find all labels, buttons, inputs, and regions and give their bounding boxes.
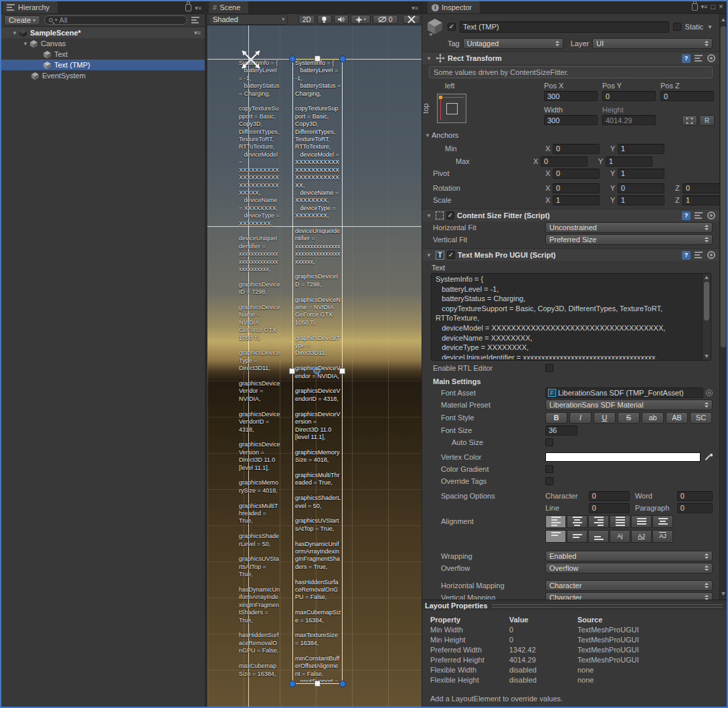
align-middle-button[interactable] (567, 530, 587, 543)
rect-handle-mid-left[interactable] (289, 368, 295, 374)
shading-mode-dropdown[interactable]: Shaded ▾ (209, 14, 288, 25)
align-geometry-center-button[interactable] (652, 515, 673, 528)
font-style-smallcaps-button[interactable]: SC (690, 412, 712, 424)
gear-icon[interactable] (707, 251, 715, 259)
scale-x-field[interactable]: 1 (553, 195, 600, 205)
anchors-max-x-field[interactable]: 0 (541, 157, 587, 167)
gizmos-visibility-button[interactable]: 0 (373, 15, 398, 24)
width-field[interactable]: 300 (544, 115, 598, 125)
object-picker-icon[interactable] (706, 389, 713, 396)
align-capline-button[interactable]: AJ (652, 530, 673, 543)
font-style-italic-button[interactable]: I (569, 412, 592, 424)
rect-handle-bottom-right[interactable] (339, 681, 346, 687)
tab-hierarchy[interactable]: Hierarchy (3, 1, 58, 13)
font-style-strikethrough-button[interactable]: S (618, 412, 640, 424)
tag-dropdown[interactable]: Untagged (463, 38, 563, 49)
rect-pivot-handle[interactable] (313, 367, 321, 374)
hierarchy-item-canvas[interactable]: ▼ Canvas (1, 38, 205, 49)
component-enabled-checkbox[interactable] (446, 211, 454, 219)
2d-toggle-button[interactable]: 2D (298, 15, 315, 24)
rect-handle-bottom-left[interactable] (289, 681, 296, 687)
spacing-paragraph-field[interactable]: 0 (677, 503, 713, 513)
align-center-button[interactable] (567, 515, 587, 528)
raw-edit-mode-button[interactable]: R (699, 115, 715, 126)
font-style-lowercase-button[interactable]: ab (642, 412, 664, 424)
hierarchy-item-scene[interactable]: ▼ SampleScene* ▾≡ (1, 27, 205, 38)
align-bottom-button[interactable] (588, 530, 609, 543)
panel-menu-icon[interactable]: ▾≡ (195, 5, 201, 11)
align-right-button[interactable] (588, 515, 609, 528)
rect-handle-bottom-center[interactable] (314, 681, 321, 687)
material-preset-dropdown[interactable]: LiberationSans SDF Material (545, 400, 713, 410)
eyedropper-icon[interactable] (703, 452, 713, 462)
horizontal-mapping-dropdown[interactable]: Character (545, 580, 713, 591)
create-button[interactable]: Create▾ (4, 15, 40, 25)
rect-handle-top-left[interactable] (289, 56, 296, 62)
color-gradient-checkbox[interactable] (545, 465, 553, 473)
rect-handle-mid-right[interactable] (339, 368, 345, 374)
pos-z-field[interactable]: 0 (660, 91, 714, 101)
horizontal-fit-dropdown[interactable]: Unconstrained (545, 222, 713, 233)
vertical-mapping-dropdown[interactable]: Character (545, 592, 713, 600)
font-style-uppercase-button[interactable]: AB (666, 412, 688, 424)
align-baseline-button[interactable]: Aj (610, 530, 630, 543)
foldout-icon[interactable]: ▼ (425, 56, 433, 62)
font-size-field[interactable]: 36 (545, 426, 577, 436)
hierarchy-filter-icon[interactable] (191, 16, 202, 25)
auto-size-checkbox[interactable] (545, 438, 553, 446)
presets-icon[interactable] (695, 54, 703, 63)
scene-viewport[interactable]: SystemInfo = { batteryLevel = -1, batter… (207, 25, 422, 707)
align-flush-button[interactable] (631, 515, 652, 528)
gear-icon[interactable] (707, 211, 715, 219)
scene-tools-button[interactable] (403, 15, 420, 24)
pos-x-field[interactable]: 300 (544, 91, 598, 101)
help-icon[interactable]: ? (682, 211, 691, 220)
close-icon[interactable]: × (719, 2, 723, 11)
hierarchy-item-text[interactable]: Text (1, 49, 205, 60)
lock-icon[interactable] (692, 3, 698, 11)
align-left-button[interactable] (545, 515, 566, 528)
rect-handle-top-center[interactable] (314, 56, 321, 62)
font-style-underline-button[interactable]: U (594, 412, 616, 424)
pos-y-field[interactable]: 0 (602, 91, 656, 101)
scene-menu-icon[interactable]: ▾≡ (194, 29, 201, 36)
foldout-icon[interactable]: ▼ (425, 252, 433, 258)
enable-rtl-checkbox[interactable] (545, 364, 553, 372)
hierarchy-search-input[interactable]: ▾ All (44, 15, 187, 25)
anchors-min-y-field[interactable]: 1 (618, 144, 664, 154)
move-tool-gizmo[interactable] (238, 46, 264, 73)
static-dropdown-icon[interactable]: ▼ (707, 24, 713, 30)
component-enabled-checkbox[interactable] (447, 251, 455, 259)
tab-inspector[interactable]: i Inspector (428, 1, 480, 13)
rotation-z-field[interactable]: 0 (682, 183, 719, 193)
hierarchy-item-eventsystem[interactable]: EventSystem (1, 70, 205, 81)
help-icon[interactable]: ? (682, 251, 691, 260)
tmp-ugui-header[interactable]: ▼ T Text Mesh Pro UGUI (Script) ? (422, 248, 719, 261)
rotation-x-field[interactable]: 0 (553, 183, 600, 193)
help-icon[interactable]: ? (682, 54, 691, 63)
rect-transform-header[interactable]: ▼ Rect Transform ? (422, 52, 719, 64)
spacing-word-field[interactable]: 0 (677, 491, 713, 501)
scale-z-field[interactable]: 1 (682, 195, 719, 205)
scrollbar-thumb[interactable] (721, 26, 726, 347)
static-checkbox[interactable] (673, 23, 681, 31)
vertical-fit-dropdown[interactable]: Preferred Size (545, 234, 713, 245)
panel-menu-icon[interactable]: ▾≡ (412, 5, 418, 11)
rotation-y-field[interactable]: 0 (618, 183, 664, 193)
lighting-toggle-button[interactable] (317, 15, 332, 24)
align-justify-button[interactable] (610, 515, 630, 528)
height-field[interactable]: 4014.29 (602, 115, 656, 125)
layer-dropdown[interactable]: UI (592, 38, 713, 49)
align-top-button[interactable] (545, 530, 566, 543)
anchors-max-y-field[interactable]: 1 (606, 157, 652, 167)
foldout-icon[interactable]: ▼ (11, 30, 19, 36)
override-tags-checkbox[interactable] (545, 477, 553, 485)
spacing-line-field[interactable]: 0 (589, 503, 630, 513)
vertex-color-swatch[interactable] (545, 452, 701, 462)
lock-icon[interactable] (185, 4, 191, 11)
font-asset-field[interactable]: F LiberationSans SDF (TMP_FontAsset) (545, 387, 703, 398)
anchors-min-x-field[interactable]: 0 (553, 144, 600, 154)
active-checkbox[interactable] (448, 23, 456, 31)
foldout-icon[interactable]: ▼ (424, 132, 432, 139)
font-style-bold-button[interactable]: B (545, 412, 567, 424)
